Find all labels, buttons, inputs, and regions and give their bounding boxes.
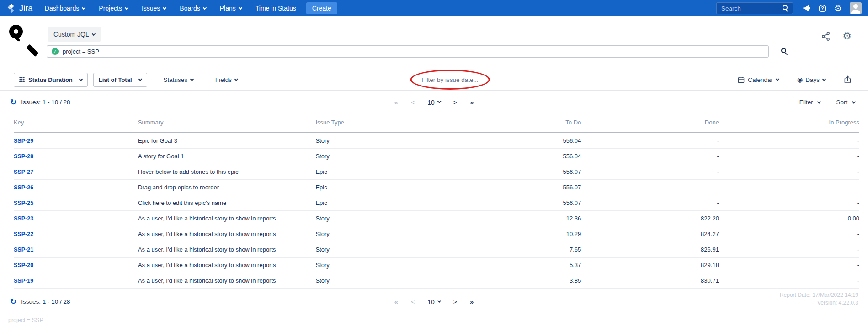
issue-done-value: 830.71: [581, 273, 719, 289]
report-header: Custom JQL ✓ project = SSP ⚙: [0, 16, 868, 69]
jql-search-button[interactable]: [778, 48, 790, 56]
issue-inprogress-value: -: [719, 149, 859, 164]
column-header-issue-type: Issue Type: [315, 113, 439, 133]
report-version: Version: 4.22.0.3: [780, 299, 858, 307]
nav-item-projects[interactable]: Projects: [99, 5, 128, 12]
help-icon[interactable]: ?: [819, 5, 826, 12]
table-row: SSP-20 As a user, I'd like a historical …: [14, 258, 859, 273]
issue-key-link[interactable]: SSP-25: [14, 200, 33, 206]
next-page-button[interactable]: >: [453, 98, 457, 106]
issue-key-link[interactable]: SSP-22: [14, 231, 33, 237]
sort-dropdown[interactable]: Sort: [836, 99, 855, 106]
create-button[interactable]: Create: [306, 2, 337, 14]
chevron-down-icon: [163, 5, 166, 9]
first-page-button[interactable]: «: [394, 98, 398, 106]
calendar-label: Calendar: [748, 76, 773, 83]
nav-item-dashboards[interactable]: Dashboards: [45, 5, 85, 12]
table-row: SSP-25 Click here to edit this epic's na…: [14, 195, 859, 211]
nav-item-plans[interactable]: Plans: [220, 5, 242, 12]
issue-done-value: 822.20: [581, 211, 719, 226]
first-page-button[interactable]: «: [394, 298, 398, 306]
issue-done-value: 826.91: [581, 242, 719, 258]
page-size-dropdown[interactable]: 10: [427, 98, 441, 106]
issue-todo-value: 5.37: [439, 258, 581, 273]
admin-gear-icon[interactable]: ⚙: [834, 4, 842, 13]
units-dropdown[interactable]: ◉ Days: [794, 75, 828, 84]
chevron-down-icon: [82, 5, 85, 9]
jira-brand[interactable]: Jira: [6, 3, 33, 13]
calendar-dropdown[interactable]: Calendar: [735, 76, 782, 84]
jql-input[interactable]: ✓ project = SSP: [47, 45, 769, 58]
last-page-button[interactable]: »: [470, 298, 474, 306]
table-row: SSP-26 Drag and drop epics to reorder Ep…: [14, 180, 859, 195]
issue-summary: As a user, I'd like a historical story t…: [138, 226, 315, 242]
issue-summary: As a user, I'd like a historical story t…: [138, 258, 315, 273]
issue-key-link[interactable]: SSP-29: [14, 138, 33, 144]
issue-key-link[interactable]: SSP-21: [14, 247, 33, 253]
nav-item-time-in-status[interactable]: Time in Status: [256, 5, 296, 12]
jira-logo-icon: [6, 3, 16, 13]
issue-todo-value: 7.65: [439, 242, 581, 258]
jql-mode-dropdown[interactable]: Custom JQL: [48, 27, 101, 42]
jql-valid-check-icon: ✓: [52, 48, 59, 55]
issue-inprogress-value: -: [719, 258, 859, 273]
chevron-down-icon: [817, 100, 821, 103]
issue-inprogress-value: -: [719, 133, 859, 149]
announcements-icon[interactable]: [803, 5, 811, 12]
fields-dropdown[interactable]: Fields: [213, 76, 240, 84]
last-page-button[interactable]: »: [470, 98, 474, 106]
issue-key-link[interactable]: SSP-26: [14, 184, 33, 191]
statuses-dropdown[interactable]: Statuses: [161, 76, 197, 84]
issue-date-filter[interactable]: Filter by issue date...: [421, 76, 479, 83]
nav-item-issues[interactable]: Issues: [142, 5, 166, 12]
chevron-down-icon: [234, 77, 238, 81]
metric-dropdown[interactable]: Status Duration: [14, 73, 88, 87]
issue-inprogress-value: -: [719, 242, 859, 258]
search-input[interactable]: [720, 5, 783, 12]
issue-done-value: -: [581, 180, 719, 195]
prev-page-button[interactable]: <: [411, 298, 415, 305]
issue-todo-value: 10.29: [439, 226, 581, 242]
table-row: SSP-21 As a user, I'd like a historical …: [14, 242, 859, 258]
refresh-icon[interactable]: ↻: [10, 298, 16, 306]
issue-key-link[interactable]: SSP-23: [14, 215, 33, 222]
issues-count: Issues: 1 - 10 / 28: [21, 99, 70, 106]
issue-type: Story: [315, 273, 439, 289]
issue-key-link[interactable]: SSP-20: [14, 262, 33, 269]
issue-done-value: -: [581, 133, 719, 149]
jql-mode-label: Custom JQL: [53, 31, 89, 38]
issue-key-link[interactable]: SSP-28: [14, 153, 33, 160]
nav-search-box[interactable]: [716, 2, 793, 14]
search-icon[interactable]: [783, 5, 789, 11]
statuses-label: Statuses: [164, 76, 188, 83]
share-icon[interactable]: [821, 32, 831, 41]
filter-dropdown[interactable]: Filter: [799, 99, 821, 106]
filter-label: Filter: [799, 99, 813, 106]
export-button[interactable]: [841, 75, 854, 84]
issue-key-link[interactable]: SSP-27: [14, 169, 33, 175]
report-settings-gear-icon[interactable]: ⚙: [842, 31, 852, 41]
issues-table: Key Summary Issue Type To Do Done In Pro…: [14, 113, 859, 289]
view-dropdown[interactable]: List of Total: [93, 73, 147, 87]
next-page-button[interactable]: >: [453, 298, 457, 305]
page-size-dropdown[interactable]: 10: [427, 298, 441, 305]
issue-todo-value: 556.04: [439, 149, 581, 164]
view-label: List of Total: [99, 76, 132, 83]
issue-type: Story: [315, 133, 439, 149]
user-avatar[interactable]: [850, 2, 862, 14]
issues-count: Issues: 1 - 10 / 28: [21, 298, 70, 305]
issues-table-body: SSP-29 Epic for Goal 3 Story 556.04 - - …: [14, 133, 859, 289]
column-header-todo: To Do: [439, 113, 581, 133]
issue-todo-value: 12.36: [439, 211, 581, 226]
results-bar-top: ↻ Issues: 1 - 10 / 28 « < 10 > » Filter …: [0, 91, 868, 113]
issue-key-link[interactable]: SSP-19: [14, 278, 33, 284]
fields-label: Fields: [215, 76, 232, 83]
table-row: SSP-28 A story for Goal 1 Story 556.04 -…: [14, 149, 859, 164]
app-magnifier-logo: [8, 24, 40, 60]
nav-item-boards[interactable]: Boards: [180, 5, 206, 12]
prev-page-button[interactable]: <: [411, 98, 415, 106]
refresh-icon[interactable]: ↻: [10, 98, 16, 106]
chevron-down-icon: [852, 100, 856, 103]
export-icon: [844, 75, 852, 84]
issue-type: Epic: [315, 180, 439, 195]
